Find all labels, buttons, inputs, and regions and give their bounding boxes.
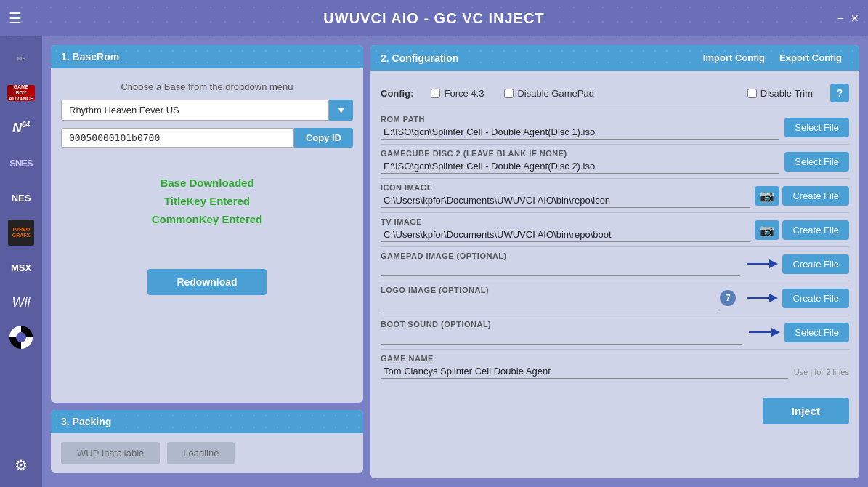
copy-id-button[interactable]: Copy ID [294,128,353,148]
wup-installable-button[interactable]: WUP Installable [61,442,160,464]
disc2-path-select-button[interactable]: Select File [784,152,849,172]
game-name-label: GAME NAME [381,354,788,363]
boot-sound-label: BOOT SOUND (OPTIONAL) [381,320,742,329]
tv-image-input[interactable] [381,228,750,242]
status-base-downloaded: Base Downloaded [160,177,253,189]
title-bar: ☰ UWUVCI AIO - GC VC INJECT − ✕ [0,0,868,36]
logo-image-create-button[interactable]: Create File [782,289,849,308]
force43-checkbox[interactable] [431,89,440,98]
snes-logo: SNES [9,158,32,169]
packing-header: 3. Packing [51,410,363,433]
ds-logo: iDS [17,56,25,61]
disable-gamepad-checkbox-group[interactable]: Disable GamePad [504,88,594,99]
sidebar-item-gba[interactable]: GAME BOYADVANCE [3,77,39,109]
window-controls: − ✕ [837,12,859,24]
close-button[interactable]: ✕ [851,12,859,24]
nes-logo: NES [12,193,31,204]
status-area: Base Downloaded TitleKey Entered CommonK… [152,177,263,225]
icon-image-camera-button[interactable]: 📷 [755,186,779,206]
sidebar-item-ds[interactable]: iDS [3,42,39,74]
sidebar-item-tg16[interactable]: TURBOGRAFX [3,217,39,249]
app-title: UWUVCI AIO - GC VC INJECT [323,10,544,27]
dropdown-arrow-icon[interactable]: ▼ [329,100,353,121]
baserom-body: Choose a Base from the dropdown menu ▼ 0… [51,68,363,403]
rom-path-row: ROM PATH Select File [381,110,849,145]
force43-label: Force 4:3 [444,88,484,99]
config-header: 2. Configuration Import Config Export Co… [370,45,859,71]
inject-button[interactable]: Inject [763,398,849,424]
gamepad-image-row: GAMEPAD IMAGE (OPTIONAL) Create File [381,247,849,281]
baserom-title: 1. BaseRom [61,51,119,63]
disc2-path-input[interactable] [381,159,779,174]
redownload-button[interactable]: Redownload [147,269,266,295]
icon-image-label: ICON IMAGE [381,183,750,192]
boot-sound-input[interactable] [381,330,742,345]
baserom-header: 1. BaseRom [51,45,363,68]
boot-sound-select-button[interactable]: Select File [784,323,849,342]
tv-image-camera-button[interactable]: 📷 [755,220,779,240]
left-panel: 1. BaseRom Choose a Base from the dropdo… [51,45,363,478]
rom-path-label: ROM PATH [381,115,779,124]
boot-sound-arrow-indicator [745,322,782,342]
disable-trim-label: Disable Trim [760,88,813,99]
game-name-input[interactable] [381,364,788,379]
msx-logo: MSX [11,262,31,273]
packing-body: WUP Installable Loadiine [51,433,363,473]
packing-section: 3. Packing WUP Installable Loadiine [51,410,363,473]
game-dropdown[interactable] [61,100,329,121]
sidebar: iDS GAME BOYADVANCE N64 SNES NES TURBOGR… [0,36,42,487]
baserom-section: 1. BaseRom Choose a Base from the dropdo… [51,45,363,403]
sidebar-item-gc[interactable] [3,321,39,353]
logo-image-row: LOGO IMAGE (OPTIONAL) 7 [381,281,849,315]
gamepad-image-label: GAMEPAD IMAGE (OPTIONAL) [381,251,740,260]
config-top-row: Config: Force 4:3 Disable GamePad D [381,78,849,110]
import-config-button[interactable]: Import Config [696,51,772,65]
gba-logo: GAME BOYADVANCE [7,85,35,101]
sidebar-item-settings[interactable]: ⚙ [3,449,39,481]
status-titlekey-entered: TitleKey Entered [164,195,250,207]
gc-logo [9,326,33,349]
help-button[interactable]: ? [830,84,849,102]
sidebar-item-n64[interactable]: N64 [3,112,39,144]
icon-image-input[interactable] [381,193,750,208]
logo-image-input[interactable] [381,296,720,310]
minimize-button[interactable]: − [837,12,843,24]
sidebar-item-msx[interactable]: MSX [3,251,39,283]
wii-logo: Wii [12,295,31,310]
inject-btn-row: Inject [370,390,859,432]
gamepad-image-input[interactable] [381,262,740,276]
tv-image-label: TV IMAGE [381,217,750,226]
menu-icon[interactable]: ☰ [9,9,22,27]
disable-gamepad-checkbox[interactable] [504,89,514,98]
sidebar-item-snes[interactable]: SNES [3,147,39,179]
game-name-row: GAME NAME Use | for 2 lines [381,350,849,383]
right-panel: 2. Configuration Import Config Export Co… [370,45,859,478]
rom-path-input[interactable] [381,125,779,140]
content-area: 1. BaseRom Choose a Base from the dropdo… [42,36,868,487]
loadiine-button[interactable]: Loadiine [167,442,235,464]
disable-trim-checkbox[interactable] [747,89,757,98]
config-body: Config: Force 4:3 Disable GamePad D [370,71,859,390]
gamepad-image-create-button[interactable]: Create File [782,254,849,274]
logo-image-label: LOGO IMAGE (OPTIONAL) [381,286,720,294]
force43-checkbox-group[interactable]: Force 4:3 [431,88,484,99]
icon-image-create-button[interactable]: Create File [782,186,849,206]
rom-path-select-button[interactable]: Select File [784,118,849,137]
logo-arrow-indicator [743,288,779,308]
packing-title: 3. Packing [61,416,111,427]
tv-image-create-button[interactable]: Create File [782,220,849,240]
disc2-path-row: GAMECUBE DISC 2 (LEAVE BLANK IF NONE) Se… [381,145,849,179]
settings-icon: ⚙ [15,456,28,474]
sidebar-item-wii[interactable]: Wii [3,286,39,318]
icon-image-row: ICON IMAGE 📷 Create File [381,179,849,213]
sidebar-item-nes[interactable]: NES [3,182,39,214]
n64-logo: N64 [12,121,30,136]
sidebar-bottom: ⚙ [3,449,39,487]
disc2-path-label: GAMECUBE DISC 2 (LEAVE BLANK IF NONE) [381,149,779,158]
badge-7: 7 [720,290,736,306]
config-title: 2. Configuration [381,52,696,64]
export-config-button[interactable]: Export Config [772,51,849,65]
disable-trim-checkbox-group[interactable]: Disable Trim [747,88,813,99]
tg16-logo: TURBOGRAFX [8,220,34,246]
status-commonkey-entered: CommonKey Entered [152,213,263,225]
